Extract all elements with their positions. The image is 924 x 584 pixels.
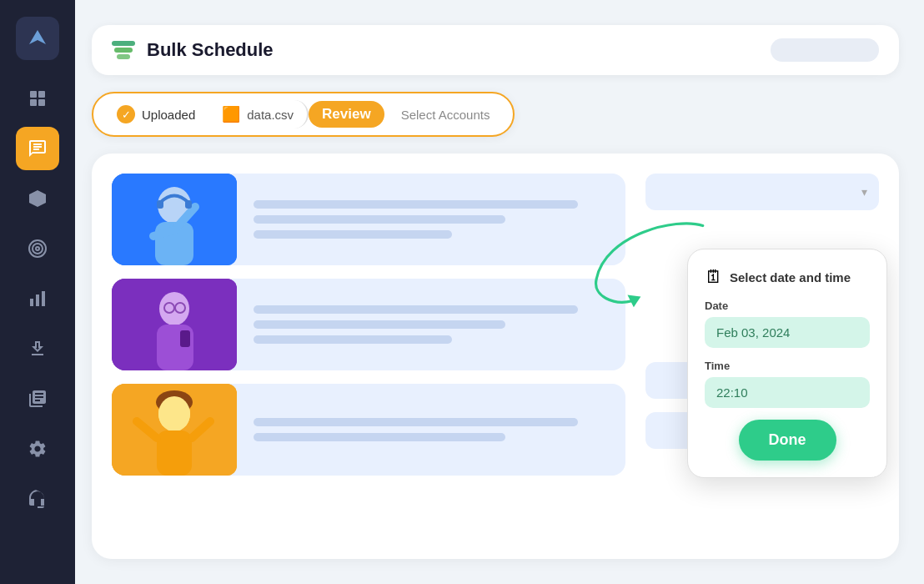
content-line	[254, 215, 505, 224]
sidebar-item-analytics[interactable]	[16, 277, 59, 320]
post-content-3	[250, 384, 625, 476]
page-title: Bulk Schedule	[147, 39, 274, 61]
step-file[interactable]: 🟧 data.csv	[208, 100, 309, 128]
svg-point-28	[158, 396, 190, 431]
posts-list	[112, 174, 625, 539]
app-logo	[112, 41, 135, 59]
svg-point-6	[33, 244, 43, 254]
svg-rect-0	[30, 91, 37, 98]
post-item-3[interactable]	[112, 384, 625, 476]
time-value[interactable]: 22:10	[705, 377, 870, 408]
post-item-2[interactable]	[112, 279, 625, 370]
svg-rect-2	[30, 99, 37, 106]
step-review[interactable]: Review	[309, 101, 384, 128]
date-value[interactable]: Feb 03, 2024	[705, 317, 870, 348]
step-check-icon: ✓	[117, 105, 135, 123]
sidebar-item-tools[interactable]	[16, 427, 59, 471]
calendar-clock-icon: 🗓	[705, 266, 723, 288]
svg-line-15	[153, 230, 174, 236]
post-item-1[interactable]	[112, 174, 625, 265]
datetime-title: Select date and time	[730, 270, 851, 284]
post-image-2	[112, 279, 237, 370]
sidebar-item-download[interactable]	[16, 327, 59, 370]
date-label: Date	[705, 300, 870, 312]
sidebar-item-dashboard[interactable]	[16, 77, 59, 120]
sidebar	[0, 0, 75, 584]
svg-marker-32	[627, 295, 640, 307]
svg-rect-29	[157, 430, 192, 476]
dropdown-1[interactable]: ▾	[645, 174, 879, 210]
right-panel: ▾ 🗓 Select date and time Date Feb 03, 20…	[645, 174, 879, 539]
step-file-label: data.csv	[247, 108, 294, 122]
content-line	[254, 335, 452, 344]
header-action-area	[771, 38, 879, 62]
sidebar-item-navigate[interactable]	[16, 17, 59, 60]
step-uploaded-label: Uploaded	[142, 108, 195, 122]
post-content-1	[250, 174, 625, 265]
content-line	[254, 320, 505, 329]
content-line	[254, 230, 452, 239]
time-label: Time	[705, 360, 870, 372]
header-bar: Bulk Schedule	[92, 25, 899, 75]
step-review-label: Review	[322, 106, 371, 123]
steps-bar: ✓ Uploaded 🟧 data.csv Review Select Acco…	[92, 92, 515, 137]
content-line	[254, 305, 578, 314]
svg-rect-16	[157, 200, 163, 209]
post-content-2	[250, 279, 625, 370]
svg-rect-24	[180, 330, 190, 347]
sidebar-item-schedule[interactable]	[16, 127, 59, 170]
svg-point-7	[36, 247, 39, 250]
post-image-3	[112, 384, 237, 476]
content-line	[254, 200, 578, 209]
file-icon: 🟧	[222, 105, 240, 123]
sidebar-item-support[interactable]	[16, 477, 59, 521]
post-image-1	[112, 174, 237, 265]
content-panel: ▾ 🗓 Select date and time Date Feb 03, 20…	[92, 154, 899, 559]
svg-rect-17	[185, 200, 192, 209]
svg-rect-9	[36, 295, 39, 306]
svg-rect-10	[42, 291, 45, 306]
content-line	[254, 433, 505, 441]
sidebar-item-target[interactable]	[16, 227, 59, 270]
content-line	[254, 418, 578, 426]
svg-rect-1	[38, 91, 45, 98]
chevron-down-icon: ▾	[861, 185, 867, 199]
datetime-picker: 🗓 Select date and time Date Feb 03, 2024…	[687, 249, 887, 478]
step-select-accounts-label: Select Accounts	[401, 108, 490, 122]
svg-marker-4	[29, 190, 46, 207]
sidebar-item-network[interactable]	[16, 177, 59, 220]
svg-rect-3	[38, 99, 45, 106]
done-button[interactable]: Done	[739, 420, 836, 461]
main-content: Bulk Schedule ✓ Uploaded 🟧 data.csv Revi…	[75, 0, 924, 584]
step-uploaded[interactable]: ✓ Uploaded	[103, 100, 208, 128]
datetime-header: 🗓 Select date and time	[705, 266, 870, 288]
step-select-accounts[interactable]: Select Accounts	[384, 103, 504, 127]
logo-icon	[112, 41, 135, 59]
sidebar-item-library[interactable]	[16, 377, 59, 420]
svg-rect-8	[30, 299, 33, 306]
